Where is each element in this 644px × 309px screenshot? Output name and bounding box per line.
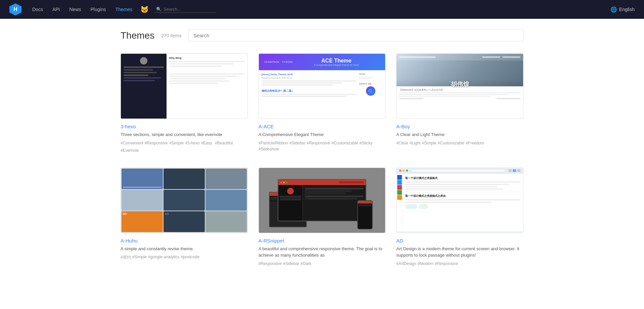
tag: #Light [410,141,421,145]
page-container: Themes 270 items [107,19,537,277]
tag: #Responsive [259,261,282,266]
globe-icon: 🌐 [610,6,617,13]
theme-thumb-ahuhu: 数字 风景 [121,168,248,233]
theme-desc-ahuhu: A simple and constantly revise theme. [121,246,248,252]
tag: #ArtDesign [396,261,416,266]
logo-letter: H [13,6,17,12]
tag: #Dark [301,261,311,266]
tag: #Customizable [331,141,358,145]
tag: #postcode [181,255,199,260]
nav-news[interactable]: News [65,0,85,19]
navbar: H Docs API News Plugins Themes 🐱 🔍 🌐 Eng… [0,0,644,19]
theme-name-arsnippet[interactable]: A-RSnippet [259,238,386,244]
tag: #Simple [132,255,147,260]
tag: #Beautiful [215,141,233,147]
tag: #Easy [201,141,212,147]
nav-api[interactable]: API [48,0,64,19]
tag: #Modern [418,261,433,266]
theme-thumb-aace: HOMEPAGE CODING ACE Theme A Comprehensiv… [259,53,386,119]
tag: #Particle/Ribbon [259,141,288,145]
items-count: 270 items [161,33,182,38]
theme-thumb-arsnippet [259,168,386,233]
tag: #3-hexo [185,141,199,147]
theme-tags-aboy: #Clear #Light #Simple #Customizable #Fre… [396,141,523,145]
tag: #Sidebar [289,141,306,145]
theme-name-aace[interactable]: A-ACE [259,124,386,129]
tag: #Clear [396,141,408,145]
lang-label: English [619,7,635,12]
theme-name-ahuhu[interactable]: A-Huhu [121,238,248,244]
theme-name-aboy[interactable]: A-Boy [396,124,523,129]
tag: #Simple [169,141,184,147]
tag: #Sidebar [283,261,299,266]
tag: #Responsive [144,141,168,147]
theme-thumb-3hexo: Why Blog [121,53,248,119]
nav-search-input[interactable] [164,7,214,12]
nav-search: 🔍 [154,6,216,13]
theme-desc-ad: Art Design is a modern theme for current… [396,246,523,259]
theme-thumb-aboy: 胡伟煌 JUPIN 【Ethereum】以太坊系列 (一) 之以太介绍 [396,53,523,119]
tag: #简约 [121,255,131,260]
nav-themes[interactable]: Themes [111,0,136,19]
tag: #Freedom [466,141,484,145]
theme-desc-aace: A Comprehensive Elegant Theme [259,131,386,138]
tag: #Slideshow [259,147,279,151]
tag: #Customizable [438,141,464,145]
theme-name-ad[interactable]: AD [396,238,523,244]
theme-card-aace[interactable]: HOMEPAGE CODING ACE Theme A Comprehensiv… [259,53,386,153]
theme-card-3hexo[interactable]: Why Blog 3-hexo Three sections, simple a… [121,53,248,153]
tag: #Simple [422,141,436,145]
nav-docs[interactable]: Docs [28,0,47,19]
theme-name-3hexo[interactable]: 3-hexo [121,124,248,129]
nav-links: Docs API News Plugins Themes [28,0,136,19]
nav-plugins[interactable]: Plugins [87,0,110,19]
nav-cat-icon[interactable]: 🐱 [140,5,149,13]
theme-card-aboy[interactable]: 胡伟煌 JUPIN 【Ethereum】以太坊系列 (一) 之以太介绍 [396,53,523,153]
theme-desc-3hexo: Three sections, simple and convenient, l… [121,131,248,138]
tag: #Responsive [435,261,458,266]
language-selector[interactable]: 🌐 English [610,6,635,13]
theme-card-arsnippet[interactable]: A-RSnippet A beautiful and comprehensive… [259,168,386,266]
theme-card-ad[interactable]: 取一个设计模式之求差格式 取一个设计模式之求差格式之求法 [396,168,523,266]
tag: #Responsive [307,141,330,145]
theme-tags-ad: #ArtDesign #Modern #Responsive [396,261,523,266]
search-icon: 🔍 [156,7,162,12]
tag: #Evernote [121,148,139,153]
tag: #google-analytics [148,255,179,260]
page-header: Themes 270 items [121,30,523,41]
theme-card-ahuhu[interactable]: 数字 风景 A-Huhu A simple and constantly rev… [121,168,248,266]
theme-tags-aace: #Particle/Ribbon #Sidebar #Responsive #C… [259,141,386,151]
tag: #Convenient [121,141,143,147]
theme-desc-arsnippet: A beautiful and comprehensive responsive… [259,246,386,259]
theme-tags-3hexo: #Convenient #Responsive #Simple #3-hexo … [121,141,248,153]
themes-grid: Why Blog 3-hexo Three sections, simple a… [121,53,523,266]
theme-thumb-ad: 取一个设计模式之求差格式 取一个设计模式之求差格式之求法 [396,168,523,233]
theme-desc-aboy: A Clear and Light Theme [396,131,523,138]
page-title: Themes [121,30,154,41]
tag: #Sticky [360,141,373,145]
theme-tags-arsnippet: #Responsive #Sidebar #Dark [259,261,386,266]
theme-tags-ahuhu: #简约 #Simple #google-analytics #postcode [121,255,248,260]
search-input[interactable] [188,30,523,41]
logo[interactable]: H [9,3,21,15]
